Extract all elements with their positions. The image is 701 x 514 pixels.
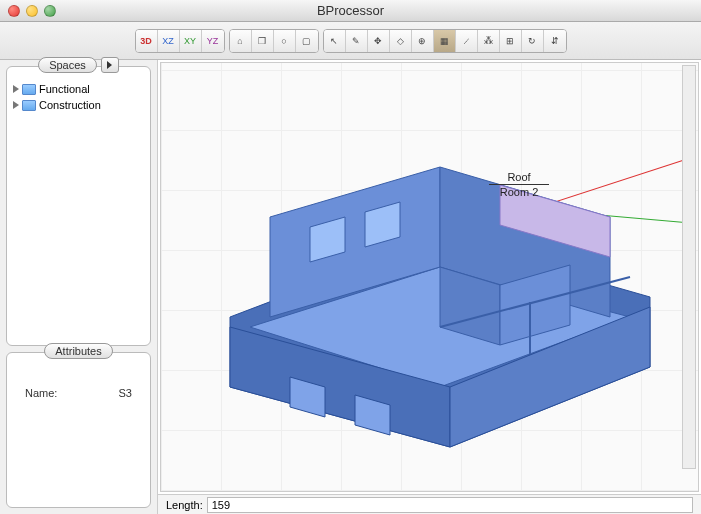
roof-label: Roof <box>489 171 549 183</box>
disclosure-icon[interactable] <box>13 85 19 93</box>
measure-tool[interactable]: ⟋ <box>456 30 478 52</box>
split-tool[interactable]: ⊞ <box>500 30 522 52</box>
attributes-panel: Attributes Name: S3 <box>6 352 151 508</box>
close-icon[interactable] <box>8 5 20 17</box>
attributes-header: Attributes <box>7 343 150 359</box>
view-3d-button[interactable]: 3D <box>136 30 158 52</box>
target-tool[interactable]: ⊕ <box>412 30 434 52</box>
view-xy-button[interactable]: XY <box>180 30 202 52</box>
spaces-tab[interactable]: Spaces <box>38 57 97 73</box>
select-tool[interactable]: ↖ <box>324 30 346 52</box>
folder-icon <box>22 100 36 111</box>
attributes-tab[interactable]: Attributes <box>44 343 112 359</box>
pencil-tool[interactable]: ✎ <box>346 30 368 52</box>
home-button[interactable]: ⌂ <box>230 30 252 52</box>
3d-canvas[interactable]: Roof Room 2 <box>160 62 699 492</box>
spaces-tree: Functional Construction <box>7 73 150 345</box>
fill-tool[interactable]: ▦ <box>434 30 456 52</box>
box-button[interactable]: ▢ <box>296 30 318 52</box>
3d-model[interactable] <box>190 77 670 459</box>
cube-button[interactable]: ❒ <box>252 30 274 52</box>
view-xz-button[interactable]: XZ <box>158 30 180 52</box>
room-label: Room 2 <box>489 186 549 198</box>
titlebar: BProcessor <box>0 0 701 22</box>
attribute-label: Name: <box>25 387 57 399</box>
view-yz-button[interactable]: YZ <box>202 30 224 52</box>
status-bar: Length: <box>158 494 701 514</box>
compass-tool[interactable]: ✥ <box>368 30 390 52</box>
attributes-body: Name: S3 <box>7 359 150 507</box>
vertical-scrollbar[interactable] <box>682 65 696 469</box>
play-button[interactable] <box>101 57 119 73</box>
toolbar: 3D XZ XY YZ ⌂ ❒ ○ ▢ ↖ ✎ ✥ ◇ ⊕ ▦ ⟋ ⁂ ⊞ ↻ … <box>0 22 701 60</box>
sphere-button[interactable]: ○ <box>274 30 296 52</box>
wand-tool[interactable]: ⁂ <box>478 30 500 52</box>
spaces-header: Spaces <box>7 57 150 73</box>
viewport: Roof Room 2 Length: <box>158 60 701 514</box>
tree-item-construction[interactable]: Construction <box>13 97 144 113</box>
diamond-tool[interactable]: ◇ <box>390 30 412 52</box>
tree-item-label: Functional <box>39 83 90 95</box>
attribute-value: S3 <box>119 387 132 399</box>
length-input[interactable] <box>207 497 693 513</box>
folder-icon <box>22 84 36 95</box>
navigation-group: ⌂ ❒ ○ ▢ <box>229 29 319 53</box>
room-label-overlay: Roof Room 2 <box>489 171 549 198</box>
status-label: Length: <box>166 499 203 511</box>
attribute-row: Name: S3 <box>13 367 144 419</box>
window-title: BProcessor <box>317 3 384 18</box>
content-area: Spaces Functional Construction Attribute… <box>0 60 701 514</box>
disclosure-icon[interactable] <box>13 101 19 109</box>
sidebar: Spaces Functional Construction Attribute… <box>0 60 158 514</box>
rotate-tool[interactable]: ↻ <box>522 30 544 52</box>
minimize-icon[interactable] <box>26 5 38 17</box>
view-mode-group: 3D XZ XY YZ <box>135 29 225 53</box>
tree-item-label: Construction <box>39 99 101 111</box>
align-tool[interactable]: ⇵ <box>544 30 566 52</box>
tree-item-functional[interactable]: Functional <box>13 81 144 97</box>
zoom-icon[interactable] <box>44 5 56 17</box>
tools-group: ↖ ✎ ✥ ◇ ⊕ ▦ ⟋ ⁂ ⊞ ↻ ⇵ <box>323 29 567 53</box>
window-controls <box>8 5 56 17</box>
spaces-panel: Spaces Functional Construction <box>6 66 151 346</box>
